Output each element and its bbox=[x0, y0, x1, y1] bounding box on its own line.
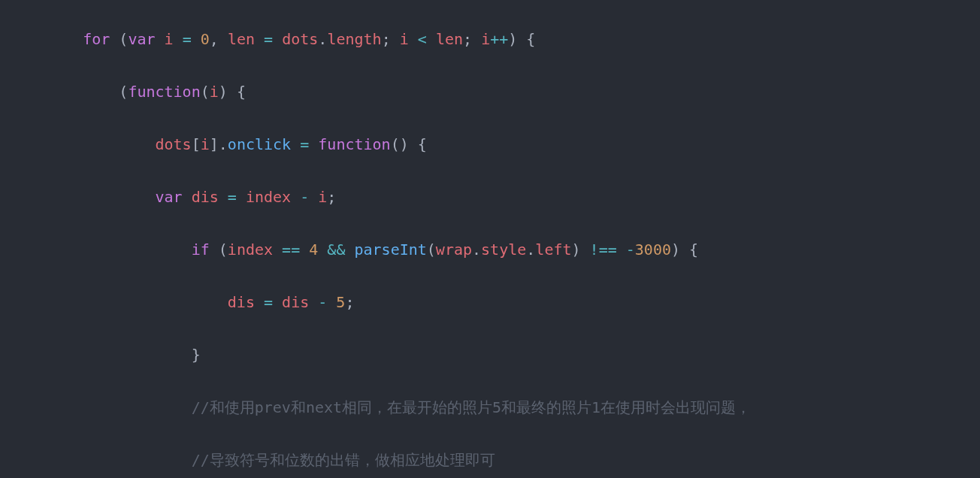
code-line: var dis = index - i; bbox=[47, 184, 980, 210]
code-line: //和使用prev和next相同，在最开始的照片5和最终的照片1在使用时会出现问… bbox=[47, 395, 980, 421]
keyword-for: for bbox=[83, 30, 110, 48]
code-line: for (var i = 0, len = dots.length; i < l… bbox=[47, 26, 980, 53]
code-editor[interactable]: for (var i = 0, len = dots.length; i < l… bbox=[0, 0, 980, 478]
comment: //和使用prev和next相同，在最开始的照片5和最终的照片1在使用时会出现问… bbox=[192, 398, 752, 416]
code-line: dots[i].onclick = function() { bbox=[47, 132, 980, 158]
code-line: (function(i) { bbox=[47, 79, 980, 105]
code-line: //导致符号和位数的出错，做相应地处理即可 bbox=[47, 447, 980, 473]
code-line: if (index == 4 && parseInt(wrap.style.le… bbox=[47, 237, 980, 263]
code-line: } bbox=[47, 342, 980, 368]
comment: //导致符号和位数的出错，做相应地处理即可 bbox=[192, 451, 495, 469]
code-line: dis = dis - 5; bbox=[47, 289, 980, 316]
